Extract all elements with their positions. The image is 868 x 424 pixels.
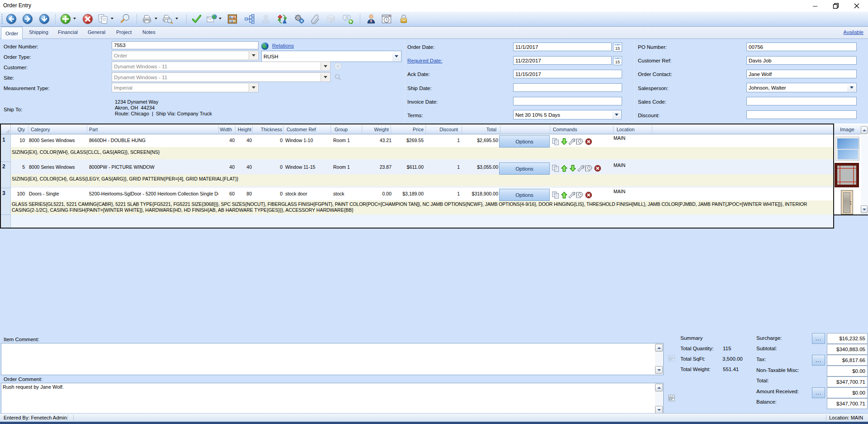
svg-text:15: 15 [615,46,620,51]
svg-text:15: 15 [615,59,620,64]
